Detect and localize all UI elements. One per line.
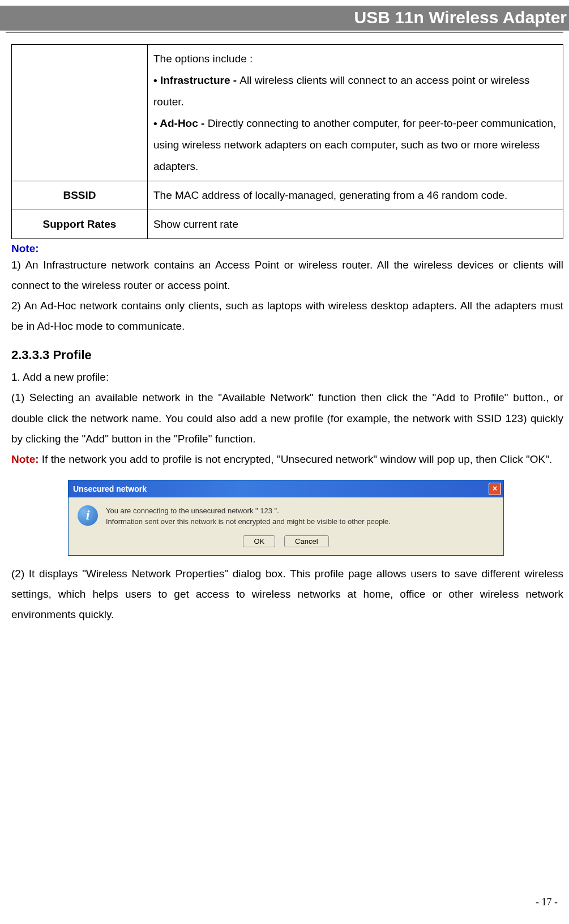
table-cell-label-rates: Support Rates	[12, 210, 148, 239]
note-line-1: 1) An Infrastructure network contains an…	[11, 255, 563, 296]
profile-p2: (1) Selecting an available network in th…	[11, 388, 563, 449]
section-heading-profile: 2.3.3.3 Profile	[11, 348, 563, 363]
unsecured-dialog: Unsecured network × You are connecting t…	[68, 480, 504, 556]
dialog-line-1: You are connecting to the unsecured netw…	[106, 505, 391, 517]
definitions-table: The options include : • Infrastructure -…	[11, 44, 563, 239]
dialog-body: You are connecting to the unsecured netw…	[69, 497, 503, 531]
table-row: The options include : • Infrastructure -…	[12, 45, 563, 181]
note-label-inline: Note:	[11, 453, 39, 465]
info-icon	[78, 505, 98, 526]
option-adhoc: • Ad-Hoc - Directly connecting to anothe…	[153, 113, 557, 177]
dialog-message: You are connecting to the unsecured netw…	[106, 505, 391, 527]
table-row: BSSID The MAC address of locally-managed…	[12, 181, 563, 210]
dialog-title: Unsecured network	[73, 484, 489, 493]
note-line-2: 2) An Ad-Hoc network contains only clien…	[11, 296, 563, 337]
header-title: USB 11n Wireless Adapter	[354, 8, 567, 27]
bullet-label: • Ad-Hoc -	[153, 117, 208, 129]
dialog-screenshot: Unsecured network × You are connecting t…	[68, 480, 504, 556]
table-row: Support Rates Show current rate	[12, 210, 563, 239]
dialog-titlebar: Unsecured network ×	[69, 480, 503, 497]
table-cell-label-empty	[12, 45, 148, 181]
bullet-text: Directly connecting to another computer,…	[153, 117, 556, 172]
cancel-button[interactable]: Cancel	[284, 535, 328, 547]
bullet-label: • Infrastructure -	[153, 74, 239, 86]
dialog-button-row: OK Cancel	[69, 531, 503, 555]
ok-button[interactable]: OK	[243, 535, 275, 547]
note-text-inline: If the network you add to profile is not…	[39, 453, 553, 465]
note-label: Note:	[11, 242, 39, 254]
option-infrastructure: • Infrastructure - All wireless clients …	[153, 70, 557, 113]
table-cell-label-bssid: BSSID	[12, 181, 148, 210]
options-intro: The options include :	[153, 48, 557, 70]
note-block: Note:	[11, 242, 563, 255]
profile-p1: 1. Add a new profile:	[11, 367, 563, 388]
page-number: - 17 -	[536, 896, 558, 908]
table-cell-rates-text: Show current rate	[148, 210, 563, 239]
page-content: The options include : • Infrastructure -…	[0, 33, 569, 625]
table-cell-options: The options include : • Infrastructure -…	[148, 45, 563, 181]
profile-p3: (2) It displays "Wireless Network Proper…	[11, 564, 563, 625]
table-cell-bssid-text: The MAC address of locally-managed, gene…	[148, 181, 563, 210]
dialog-line-2: Information sent over this network is no…	[106, 516, 391, 527]
profile-note: Note: If the network you add to profile …	[11, 449, 563, 470]
close-icon[interactable]: ×	[489, 483, 501, 495]
page-header: USB 11n Wireless Adapter	[0, 6, 569, 31]
